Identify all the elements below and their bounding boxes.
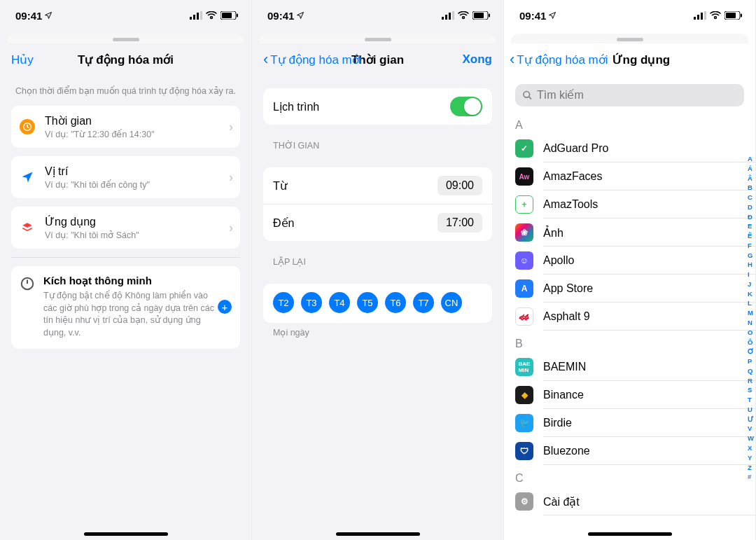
index-letter[interactable]: Â — [748, 174, 754, 184]
index-letter[interactable]: K — [748, 289, 754, 299]
index-letter[interactable]: Q — [748, 366, 754, 376]
app-icon: ◆ — [515, 386, 533, 404]
app-row[interactable]: 🐦Birdie — [504, 409, 755, 437]
app-name: Asphalt 9 — [543, 310, 590, 323]
index-letter[interactable]: Z — [748, 463, 754, 473]
to-row[interactable]: Đến 17:00 — [263, 204, 492, 241]
battery-icon — [472, 11, 491, 20]
day-sat[interactable]: T7 — [413, 292, 434, 313]
app-row[interactable]: ☺Apollo — [504, 247, 755, 275]
index-letter[interactable]: Ê — [748, 231, 754, 241]
section-time-header: THỜI GIAN — [252, 125, 503, 155]
app-icon: ⚙ — [515, 492, 533, 511]
schedule-label: Lịch trình — [273, 100, 319, 113]
nav-bar: Hủy Tự động hóa mới — [0, 43, 251, 76]
index-letter[interactable]: G — [748, 251, 754, 261]
done-button[interactable]: Xong — [463, 53, 493, 67]
index-letter[interactable]: R — [748, 376, 754, 386]
home-indicator[interactable] — [336, 532, 420, 536]
index-letter[interactable]: O — [748, 328, 754, 338]
day-thu[interactable]: T5 — [357, 292, 378, 313]
index-letter[interactable]: W — [748, 434, 754, 443]
index-letter[interactable]: S — [748, 385, 754, 395]
index-letter[interactable]: E — [748, 221, 754, 231]
app-icon: 🐦 — [515, 414, 533, 432]
app-name: App Store — [543, 282, 593, 295]
index-letter[interactable]: Y — [748, 453, 754, 463]
svg-rect-17 — [697, 15, 699, 20]
location-icon — [296, 11, 304, 20]
index-letter[interactable]: D — [748, 202, 754, 212]
app-list[interactable]: A ✓AdGuard Pro AwAmazFaces +AmazTools ❀Ả… — [504, 112, 755, 540]
home-indicator[interactable] — [84, 532, 168, 536]
index-letter[interactable]: Ơ — [748, 347, 754, 356]
index-letter[interactable]: P — [748, 356, 754, 366]
index-letter[interactable]: X — [748, 443, 754, 453]
index-letter[interactable]: L — [748, 298, 754, 308]
from-row[interactable]: Từ 09:00 — [263, 167, 492, 204]
search-input[interactable] — [537, 89, 737, 102]
smart-activation-card[interactable]: Kích hoạt thông minh Tự động bật chế độ … — [11, 266, 240, 349]
from-value[interactable]: 09:00 — [438, 176, 482, 195]
alpha-index[interactable]: AÁÂBCDĐEÊFGHIJKLMNOÔƠPQRSTUƯVWXYZ# — [748, 154, 754, 482]
index-letter[interactable]: U — [748, 405, 754, 415]
app-row[interactable]: ✓AdGuard Pro — [504, 134, 755, 162]
app-row[interactable]: +AmazTools — [504, 191, 755, 219]
day-tue[interactable]: T3 — [301, 292, 322, 313]
app-icon: ☺ — [515, 251, 533, 270]
app-row[interactable]: AApp Store — [504, 275, 755, 303]
chevron-right-icon: › — [229, 170, 233, 185]
app-row[interactable]: BAEMINBAEMIN — [504, 353, 755, 381]
svg-point-23 — [524, 91, 530, 97]
index-letter[interactable]: # — [748, 472, 754, 482]
app-row[interactable]: 🛡Bluezone — [504, 437, 755, 465]
section-repeat-header: LẶP LẠI — [252, 241, 503, 271]
index-letter[interactable]: M — [748, 308, 754, 318]
index-letter[interactable]: H — [748, 260, 754, 270]
power-icon — [20, 276, 35, 291]
index-letter[interactable]: Ư — [748, 415, 754, 424]
index-letter[interactable]: Ô — [748, 338, 754, 347]
add-button[interactable]: + — [218, 300, 232, 314]
day-sun[interactable]: CN — [441, 292, 462, 313]
app-row[interactable]: 🏎Asphalt 9 — [504, 303, 755, 331]
home-indicator[interactable] — [588, 532, 672, 536]
index-letter[interactable]: A — [748, 154, 754, 164]
trigger-location[interactable]: Vị trí Ví dụ: "Khi tôi đến công ty" › — [11, 156, 240, 198]
index-letter[interactable]: N — [748, 318, 754, 328]
back-button[interactable]: ‹Tự động hóa mới — [510, 52, 608, 67]
svg-rect-3 — [200, 11, 202, 20]
status-bar: 09:41 — [0, 0, 251, 31]
search-field[interactable] — [515, 84, 744, 106]
index-letter[interactable]: T — [748, 395, 754, 405]
app-name: Apollo — [543, 254, 574, 267]
index-letter[interactable]: B — [748, 183, 754, 193]
index-letter[interactable]: Á — [748, 164, 754, 174]
status-time: 09:41 — [519, 10, 546, 22]
app-name: BAEMIN — [543, 361, 586, 373]
app-icon: 🏎 — [515, 307, 533, 326]
back-button[interactable]: ‹Tự động hóa mới — [263, 52, 362, 67]
schedule-toggle[interactable] — [450, 97, 482, 116]
to-value[interactable]: 17:00 — [438, 213, 482, 233]
index-letter[interactable]: F — [748, 241, 754, 251]
sheet-indicator — [259, 34, 496, 43]
trigger-app[interactable]: Ứng dụng Ví dụ: "Khi tôi mở Sách" › — [11, 207, 240, 249]
cancel-button[interactable]: Hủy — [11, 53, 34, 67]
app-row[interactable]: AwAmazFaces — [504, 162, 755, 191]
index-letter[interactable]: J — [748, 279, 754, 289]
signal-icon — [442, 11, 454, 20]
day-fri[interactable]: T6 — [385, 292, 406, 313]
app-row[interactable]: ◆Binance — [504, 381, 755, 409]
app-row[interactable]: ❀Ảnh — [504, 219, 755, 247]
day-mon[interactable]: T2 — [273, 292, 294, 313]
index-letter[interactable]: C — [748, 193, 754, 202]
app-row[interactable]: ⚙Cài đặt — [504, 487, 755, 515]
app-icon: ❀ — [515, 223, 533, 242]
index-letter[interactable]: Đ — [748, 212, 754, 222]
repeat-card: T2 T3 T4 T5 T6 T7 CN — [263, 284, 492, 323]
trigger-time[interactable]: Thời gian Ví dụ: "Từ 12:30 đến 14:30" › — [11, 106, 240, 148]
day-wed[interactable]: T4 — [329, 292, 350, 313]
index-letter[interactable]: V — [748, 424, 754, 434]
index-letter[interactable]: I — [748, 270, 754, 279]
